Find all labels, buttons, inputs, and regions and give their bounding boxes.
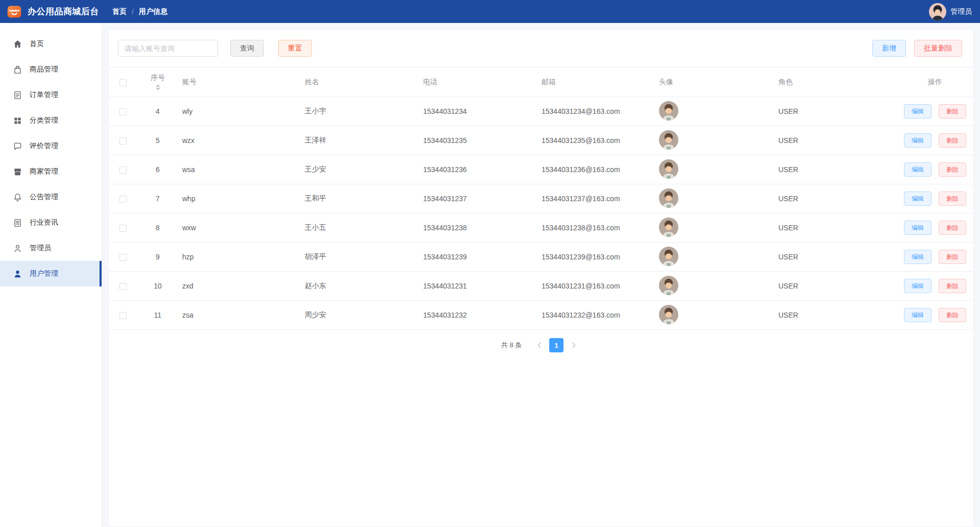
edit-button[interactable]: 编辑 — [904, 308, 932, 322]
table-row: 4 wly 王小宇 15344031234 15344031234@163.co… — [109, 97, 973, 126]
row-checkbox[interactable] — [119, 312, 127, 319]
topbar: 办公用品商城后台 首页 / 用户信息 管理员 — [0, 0, 980, 23]
cell-account: wxw — [178, 213, 301, 243]
bell-icon — [13, 193, 22, 202]
delete-button[interactable]: 删除 — [939, 308, 966, 322]
reset-button[interactable]: 重置 — [278, 40, 312, 57]
column-header-no[interactable]: 序号 — [141, 74, 174, 90]
edit-button[interactable]: 编辑 — [904, 250, 932, 264]
admin-username: 管理员 — [950, 7, 972, 16]
prev-page-icon[interactable] — [532, 338, 546, 352]
sidebar-item-admins[interactable]: 管理员 — [0, 235, 102, 261]
edit-button[interactable]: 编辑 — [904, 133, 932, 148]
table-row: 11 zsa 周少安 15344031232 15344031232@163.c… — [109, 301, 973, 330]
cell-account: whp — [178, 184, 301, 213]
sidebar-item-label: 商家管理 — [30, 167, 58, 176]
edit-button[interactable]: 编辑 — [904, 221, 932, 235]
page-number-button[interactable]: 1 — [549, 338, 564, 352]
row-checkbox[interactable] — [119, 108, 127, 115]
cell-account: hzp — [178, 243, 301, 272]
edit-button[interactable]: 编辑 — [904, 191, 932, 206]
shopping-bag-icon — [13, 65, 22, 75]
delete-button[interactable]: 删除 — [939, 279, 966, 293]
cell-phone: 15344031239 — [419, 243, 537, 272]
delete-button[interactable]: 删除 — [939, 191, 966, 206]
cell-account: zsa — [178, 301, 301, 330]
query-button[interactable]: 查询 — [230, 40, 264, 57]
sidebar-item-announcements[interactable]: 公告管理 — [0, 184, 102, 210]
column-header-phone: 电话 — [419, 67, 537, 97]
table-row: 6 wsa 王少安 15344031236 15344031236@163.co… — [109, 155, 973, 184]
sidebar-item-label: 管理员 — [30, 244, 51, 253]
delete-button[interactable]: 删除 — [939, 221, 966, 235]
cell-no: 5 — [137, 126, 178, 155]
cell-name: 王小宇 — [301, 97, 419, 126]
add-button[interactable]: 新增 — [872, 40, 906, 57]
delete-button[interactable]: 删除 — [939, 250, 966, 264]
cell-phone: 15344031235 — [419, 126, 537, 155]
pagination-total: 共 8 条 — [501, 341, 522, 350]
table-row: 5 wzx 王泽祥 15344031235 15344031235@163.co… — [109, 126, 973, 155]
sidebar-item-label: 评价管理 — [30, 141, 58, 151]
breadcrumb-home[interactable]: 首页 — [112, 7, 127, 16]
admin-avatar[interactable] — [929, 3, 946, 20]
user-avatar — [659, 188, 678, 208]
edit-button[interactable]: 编辑 — [904, 279, 932, 293]
delete-button[interactable]: 删除 — [939, 162, 966, 177]
cell-email: 15344031237@163.com — [537, 184, 655, 213]
batch-delete-button[interactable]: 批量删除 — [914, 40, 962, 57]
sidebar-item-label: 用户管理 — [30, 269, 58, 278]
home-icon — [13, 39, 22, 49]
breadcrumb: 首页 / 用户信息 — [112, 7, 167, 16]
sidebar-item-label: 商品管理 — [30, 65, 58, 74]
sidebar-item-merchants[interactable]: 商家管理 — [0, 159, 102, 184]
news-doc-icon — [13, 218, 22, 228]
topbar-user[interactable]: 管理员 — [929, 3, 972, 20]
row-checkbox[interactable] — [119, 166, 127, 174]
toolbar: 查询 重置 新增 批量删除 — [109, 40, 973, 67]
cell-role: USER — [774, 97, 897, 126]
cell-email: 15344031231@163.com — [537, 272, 655, 301]
cell-account: wly — [178, 97, 301, 126]
row-checkbox[interactable] — [119, 254, 127, 261]
sidebar-item-news[interactable]: 行业资讯 — [0, 210, 102, 235]
edit-button[interactable]: 编辑 — [904, 104, 932, 118]
pagination: 共 8 条 1 — [109, 338, 973, 362]
account-search-input[interactable] — [118, 40, 218, 57]
column-header-name: 姓名 — [301, 67, 419, 97]
next-page-icon[interactable] — [567, 338, 581, 352]
cell-name: 王泽祥 — [301, 126, 419, 155]
user-avatar — [659, 305, 678, 324]
sidebar-item-home[interactable]: 首页 — [0, 31, 102, 57]
cell-phone: 15344031237 — [419, 184, 537, 213]
cell-role: USER — [774, 301, 897, 330]
table-row: 8 wxw 王小五 15344031238 15344031238@163.co… — [109, 213, 973, 243]
chat-bubble-icon — [13, 141, 22, 151]
cell-no: 10 — [137, 272, 178, 301]
sidebar-item-products[interactable]: 商品管理 — [0, 57, 102, 82]
row-checkbox[interactable] — [119, 137, 127, 145]
storefront-icon — [13, 167, 22, 177]
sidebar-item-categories[interactable]: 分类管理 — [0, 108, 102, 133]
row-checkbox[interactable] — [119, 196, 127, 203]
sidebar-item-reviews[interactable]: 评价管理 — [0, 133, 102, 159]
sidebar-item-orders[interactable]: 订单管理 — [0, 82, 102, 108]
sidebar-item-users[interactable]: 用户管理 — [0, 261, 102, 286]
content-card: 查询 重置 新增 批量删除 序号 — [108, 29, 974, 527]
delete-button[interactable]: 删除 — [939, 133, 966, 148]
cell-phone: 15344031238 — [419, 213, 537, 243]
delete-button[interactable]: 删除 — [939, 104, 966, 118]
edit-button[interactable]: 编辑 — [904, 162, 932, 177]
cell-email: 15344031232@163.com — [537, 301, 655, 330]
table-row: 9 hzp 胡泽平 15344031239 15344031239@163.co… — [109, 243, 973, 272]
user-filled-icon — [13, 269, 22, 279]
select-all-checkbox[interactable] — [119, 79, 127, 86]
cell-phone: 15344031231 — [419, 272, 537, 301]
row-checkbox[interactable] — [119, 225, 127, 232]
row-checkbox[interactable] — [119, 283, 127, 290]
sort-carets-icon[interactable] — [156, 84, 160, 90]
user-avatar — [659, 130, 678, 150]
breadcrumb-current: 用户信息 — [139, 7, 167, 16]
cell-role: USER — [774, 243, 897, 272]
sidebar-item-label: 行业资讯 — [30, 218, 58, 227]
